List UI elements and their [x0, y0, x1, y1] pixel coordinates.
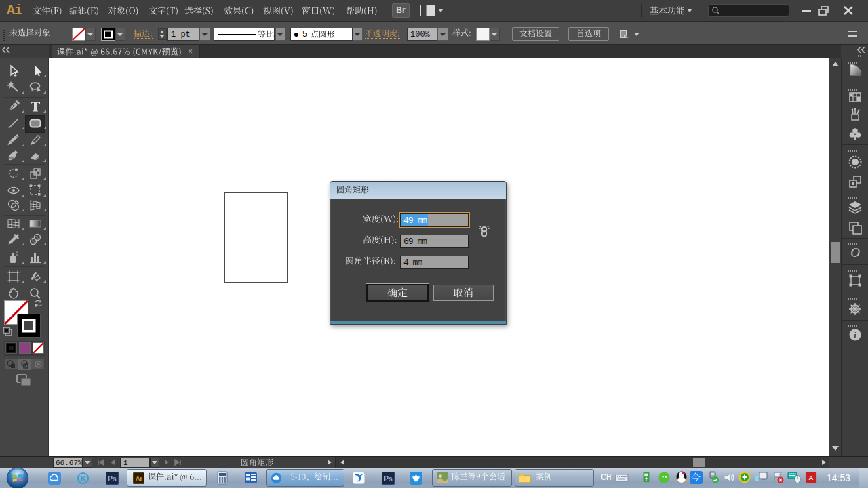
svg-text:Ai: Ai: [136, 475, 142, 482]
svg-text:i: i: [854, 330, 856, 340]
svg-text:O: O: [850, 245, 860, 260]
svg-text:K: K: [80, 474, 86, 483]
svg-text:Ps: Ps: [108, 475, 117, 483]
svg-text:Ps: Ps: [384, 475, 393, 483]
svg-text:A: A: [809, 474, 814, 481]
